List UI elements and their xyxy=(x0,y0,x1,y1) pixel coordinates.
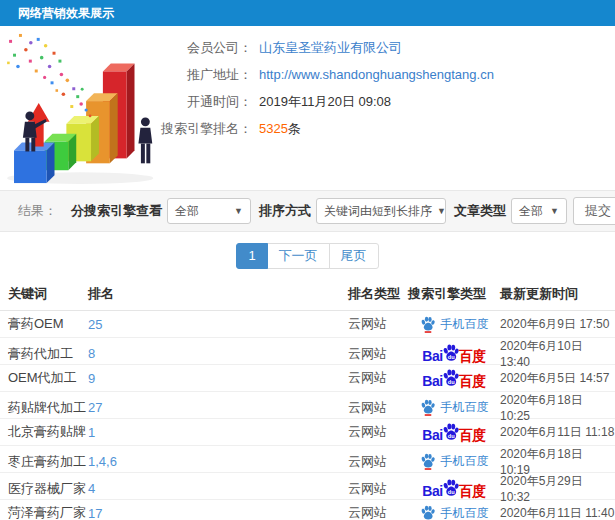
baidu-paw-icon xyxy=(420,453,436,470)
baidu-logo: Bai du 百度 xyxy=(422,369,485,388)
confetti xyxy=(7,34,91,117)
baidu-logo-baidu: 百度 xyxy=(459,428,486,442)
company-fields: 会员公司： 山东皇圣堂药业有限公司 推广地址： http://www.shand… xyxy=(146,34,494,142)
header-engine-type: 搜索引擎类型 xyxy=(408,285,500,303)
header-keyword: 关键词 xyxy=(8,285,88,303)
rank-type-cell: 云网站 xyxy=(348,504,408,520)
engine-cell: 手机百度 Bai du 百度 xyxy=(408,344,500,363)
page-title: 网络营销效果展示 xyxy=(18,6,114,20)
table-row: OEM代加工 9 云网站 手机百度 Bai xyxy=(0,365,615,392)
company-info-section: 会员公司： 山东皇圣堂药业有限公司 推广地址： http://www.shand… xyxy=(0,26,615,190)
submit-button[interactable]: 提交 xyxy=(573,197,615,225)
baidu-logo: Bai du 百度 xyxy=(422,479,485,498)
rank-link[interactable]: 27 xyxy=(88,400,102,415)
rank-cell: 8 xyxy=(88,346,348,361)
mobile-baidu-logo: 手机百度 xyxy=(420,316,489,333)
rank-link[interactable]: 4 xyxy=(88,481,95,496)
header-updated: 最新更新时间 xyxy=(500,285,615,303)
rank-cell: 1 xyxy=(88,425,348,440)
mobile-baidu-label: 手机百度 xyxy=(441,316,489,333)
engine-filter-label: 分搜索引擎查看 xyxy=(71,202,162,220)
keyword-cell: 膏药OEM xyxy=(8,315,88,333)
mobile-baidu-label: 手机百度 xyxy=(441,505,489,520)
table-row: 枣庄膏药加工 1,4,6 云网站 手机百度 Bai xyxy=(0,446,615,473)
mobile-baidu-logo: 手机百度 xyxy=(420,505,489,520)
type-filter-select[interactable]: 全部 ▼ xyxy=(511,198,567,224)
rank-type-cell: 云网站 xyxy=(348,399,408,417)
rank-cell: 1,4,6 xyxy=(88,454,348,469)
promo-url-link[interactable]: http://www.shandonghuangshengtang.cn xyxy=(259,67,494,82)
table-body: 膏药OEM 25 云网站 手机百度 Bai xyxy=(0,311,615,520)
table-row: 药贴牌代加工 27 云网站 手机百度 Bai xyxy=(0,392,615,419)
engine-cell: 手机百度 Bai du 百度 xyxy=(408,505,500,520)
keyword-ranking-table: 关键词 排名 排名类型 搜索引擎类型 最新更新时间 膏药OEM 25 云网站 xyxy=(0,279,615,520)
updated-time-cell: 2020年6月5日 14:57 xyxy=(500,370,615,387)
baidu-logo-bai: Bai xyxy=(422,374,442,388)
promo-url-label: 推广地址： xyxy=(146,66,252,84)
ranking-count-label: 搜索引擎排名： xyxy=(146,120,252,138)
mobile-baidu-label: 手机百度 xyxy=(441,399,489,416)
pagination: 1 下一页 尾页 xyxy=(0,243,615,269)
header-rank: 排名 xyxy=(88,285,348,303)
ranking-count-number: 5325 xyxy=(259,121,288,136)
baidu-logo: Bai du 百度 xyxy=(422,344,485,363)
rank-type-cell: 云网站 xyxy=(348,369,408,387)
engine-cell: 手机百度 Bai du 百度 xyxy=(408,399,500,416)
rank-type-cell: 云网站 xyxy=(348,345,408,363)
keyword-cell: 药贴牌代加工 xyxy=(8,399,88,417)
rank-cell: 9 xyxy=(88,371,348,386)
type-filter-value: 全部 xyxy=(519,203,543,220)
rank-cell: 17 xyxy=(88,506,348,520)
svg-text:du: du xyxy=(447,354,454,360)
baidu-logo-baidu: 百度 xyxy=(459,374,486,388)
table-row: 医疗器械厂家 4 云网站 手机百度 Bai xyxy=(0,473,615,500)
result-label: 结果： xyxy=(18,202,57,220)
rank-link[interactable]: 17 xyxy=(88,506,102,520)
member-company-link[interactable]: 山东皇圣堂药业有限公司 xyxy=(259,39,402,57)
filter-group: 分搜索引擎查看 全部 ▼ 排序方式 关键词由短到长排序 ▼ 文章类型 全部 ▼ … xyxy=(63,197,615,225)
sort-filter-select[interactable]: 关键词由短到长排序 ▼ xyxy=(316,198,446,224)
baidu-paw-icon xyxy=(420,316,436,333)
svg-text:du: du xyxy=(447,489,454,495)
baidu-logo-bai: Bai xyxy=(422,428,442,442)
next-page-button[interactable]: 下一页 xyxy=(267,243,330,269)
ranking-count-suffix: 条 xyxy=(288,121,301,136)
rank-cell: 4 xyxy=(88,481,348,496)
baidu-logo-baidu: 百度 xyxy=(459,484,486,498)
page-1-button[interactable]: 1 xyxy=(236,243,267,269)
field-open-time: 开通时间： 2019年11月20日 09:08 xyxy=(146,88,494,115)
engine-filter-select[interactable]: 全部 ▼ xyxy=(167,198,251,224)
chevron-down-icon: ▼ xyxy=(234,206,243,216)
keyword-cell: 膏药代加工 xyxy=(8,345,88,363)
open-time-label: 开通时间： xyxy=(146,93,252,111)
field-member-company: 会员公司： 山东皇圣堂药业有限公司 xyxy=(146,34,494,61)
last-page-button[interactable]: 尾页 xyxy=(329,243,379,269)
chevron-down-icon: ▼ xyxy=(550,206,559,216)
svg-text:du: du xyxy=(447,432,454,438)
baidu-paw-icon: du xyxy=(442,423,460,441)
mobile-baidu-logo: 手机百度 xyxy=(420,453,489,470)
table-row: 膏药OEM 25 云网站 手机百度 Bai xyxy=(0,311,615,338)
rank-link[interactable]: 1,4,6 xyxy=(88,454,117,469)
rank-link[interactable]: 8 xyxy=(88,346,95,361)
engine-cell: 手机百度 Bai du 百度 xyxy=(408,479,500,498)
rank-link[interactable]: 9 xyxy=(88,371,95,386)
keyword-cell: 北京膏药贴牌 xyxy=(8,423,88,441)
rank-link[interactable]: 1 xyxy=(88,425,95,440)
updated-time-cell: 2020年6月10日 13:40 xyxy=(500,338,615,369)
updated-time-cell: 2020年6月11日 11:18 xyxy=(500,424,615,441)
member-company-label: 会员公司： xyxy=(146,39,252,57)
updated-time-cell: 2020年5月29日 10:32 xyxy=(500,473,615,504)
engine-cell: 手机百度 Bai du 百度 xyxy=(408,369,500,388)
rank-type-cell: 云网站 xyxy=(348,480,408,498)
keyword-cell: OEM代加工 xyxy=(8,369,88,387)
table-row: 北京膏药贴牌 1 云网站 手机百度 Bai xyxy=(0,419,615,446)
keyword-cell: 医疗器械厂家 xyxy=(8,480,88,498)
baidu-paw-icon: du xyxy=(442,344,460,362)
baidu-logo-bai: Bai xyxy=(422,484,442,498)
page-title-bar: 网络营销效果展示 xyxy=(0,0,615,26)
updated-time-cell: 2020年6月11日 11:40 xyxy=(500,505,615,520)
rank-link[interactable]: 25 xyxy=(88,317,102,332)
sort-filter-value: 关键词由短到长排序 xyxy=(324,203,432,220)
engine-cell: 手机百度 Bai du 百度 xyxy=(408,453,500,470)
